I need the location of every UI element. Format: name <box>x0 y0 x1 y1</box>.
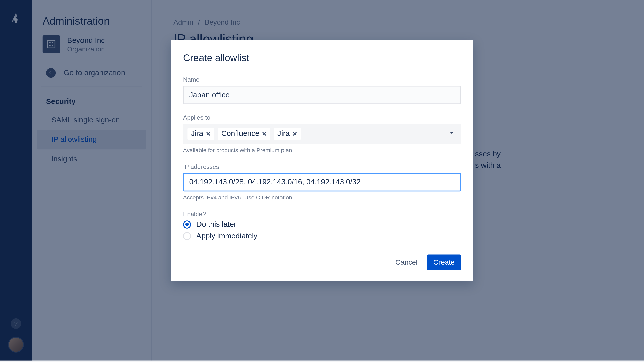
ip-help-text: Accepts IPv4 and IPv6. Use CIDR notation… <box>183 194 461 201</box>
create-button[interactable]: Create <box>427 255 461 270</box>
remove-chip-icon[interactable]: ✕ <box>262 130 267 137</box>
ip-addresses-label: IP addresses <box>183 163 461 170</box>
applies-help-text: Available for products with a Premium pl… <box>183 147 461 153</box>
chevron-down-icon <box>449 130 455 138</box>
cancel-button[interactable]: Cancel <box>389 255 424 270</box>
enable-label: Enable? <box>183 210 461 217</box>
radio-icon <box>183 232 191 240</box>
remove-chip-icon[interactable]: ✕ <box>292 130 297 137</box>
radio-do-later[interactable]: Do this later <box>183 220 461 229</box>
applies-to-select[interactable]: Jira ✕ Confluence ✕ Jira ✕ <box>183 124 461 144</box>
chip-jira: Jira ✕ <box>187 128 214 140</box>
create-allowlist-modal: Create allowlist Name Applies to Jira ✕ … <box>171 40 473 281</box>
chip-confluence: Confluence ✕ <box>218 128 270 140</box>
remove-chip-icon[interactable]: ✕ <box>206 130 211 137</box>
name-label: Name <box>183 76 461 83</box>
name-input[interactable] <box>183 86 461 104</box>
modal-title: Create allowlist <box>183 52 461 64</box>
radio-apply-immediately[interactable]: Apply immediately <box>183 232 461 240</box>
radio-icon <box>183 220 191 229</box>
chip-jira-2: Jira ✕ <box>274 128 301 140</box>
ip-addresses-input[interactable] <box>183 173 461 191</box>
applies-to-label: Applies to <box>183 114 461 121</box>
